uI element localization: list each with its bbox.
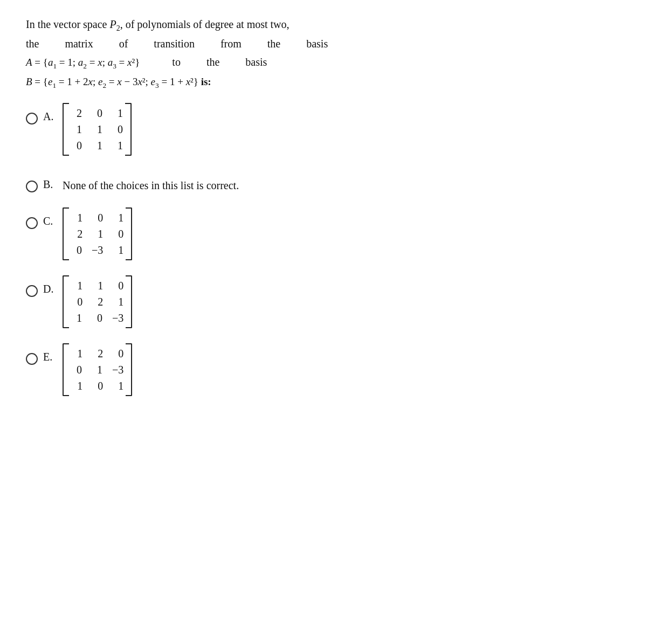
basis-A-line: A = {a1 = 1; a2 = x; a3 = x²} to the bas… (26, 53, 621, 72)
matrix-A: 2 0 1 1 1 0 0 1 1 (63, 103, 132, 156)
word-the2: the (267, 36, 280, 52)
cell-E-21: 0 (92, 378, 103, 394)
radio-D[interactable] (26, 285, 38, 297)
word-from: from (221, 36, 242, 52)
matrix-E-row2: 0 1 −3 (71, 362, 123, 378)
matrix-C: 1 0 1 2 1 0 0 −3 1 (63, 207, 132, 260)
option-E: E. 1 2 0 0 1 −3 (26, 343, 621, 396)
cell-C-12: 0 (113, 226, 123, 242)
bracket-right-C (126, 207, 132, 260)
cell-E-22: 1 (113, 378, 123, 394)
matrix-E-cols: 1 2 0 0 1 −3 1 0 1 (71, 343, 123, 396)
matrix-E-row3: 1 0 1 (71, 378, 123, 394)
option-B: B. None of the choices in this list is c… (26, 171, 621, 192)
matrix-A-row2: 1 1 0 (71, 121, 123, 137)
matrix-D: 1 1 0 0 2 1 1 0 −3 (63, 275, 132, 328)
word-matrix: matrix (65, 36, 93, 52)
option-D: D. 1 1 0 0 2 1 (26, 275, 621, 328)
cell-E-02: 0 (113, 345, 123, 362)
cell-C-22: 1 (113, 242, 123, 258)
basis-B-line: B = {e1 = 1 + 2x; e2 = x − 3x²; e3 = 1 +… (26, 73, 621, 91)
matrix-C-row1: 1 0 1 (71, 210, 123, 226)
word-basis2: basis (245, 53, 267, 71)
matrix-E: 1 2 0 0 1 −3 1 0 1 (63, 343, 132, 396)
matrix-A-content: 2 0 1 1 1 0 0 1 1 (63, 103, 132, 156)
bracket-left-D (63, 275, 69, 328)
cell-A-10: 1 (71, 121, 82, 137)
radio-C[interactable] (26, 217, 38, 229)
matrix-D-cols: 1 1 0 0 2 1 1 0 −3 (71, 275, 123, 328)
cell-C-01: 0 (92, 210, 103, 226)
cell-D-11: 2 (92, 294, 103, 310)
cell-E-10: 0 (71, 362, 82, 378)
bracket-right-E (126, 343, 132, 396)
matrix-D-row1: 1 1 0 (71, 278, 123, 294)
bracket-right-A (125, 103, 132, 156)
basis-A-set: A = {a1 = 1; a2 = x; a3 = x²} (26, 54, 140, 72)
label-D: D. (43, 283, 57, 295)
label-E: E. (43, 351, 57, 363)
bracket-left-E (63, 343, 69, 396)
cell-C-00: 1 (72, 210, 82, 226)
matrix-A-row1: 2 0 1 (71, 105, 123, 121)
matrix-C-row3: 0 −3 1 (71, 242, 123, 258)
cell-A-11: 1 (92, 121, 102, 137)
word-to: to (172, 53, 181, 71)
cell-C-11: 1 (92, 226, 103, 242)
cell-E-01: 2 (92, 345, 103, 362)
cell-D-12: 1 (113, 294, 123, 310)
bracket-left-A (63, 103, 69, 156)
matrix-E-row1: 1 2 0 (71, 345, 123, 362)
matrix-A-row3: 0 1 1 (71, 137, 123, 154)
cell-A-20: 0 (71, 137, 82, 154)
radio-B[interactable] (26, 181, 38, 192)
intro-text: In the vector space P2, of polynomials o… (26, 16, 290, 34)
matrix-A-cols: 2 0 1 1 1 0 0 1 1 (71, 103, 123, 156)
option-A: A. 2 0 1 1 1 0 (26, 103, 621, 156)
question-line2: the matrix of transition from the basis (26, 36, 621, 52)
label-A: A. (43, 110, 57, 123)
cell-D-01: 1 (92, 278, 103, 294)
cell-C-10: 2 (72, 226, 82, 242)
option-B-content: None of the choices in this list is corr… (63, 171, 239, 192)
word-the: the (26, 36, 39, 52)
cell-C-20: 0 (71, 242, 82, 258)
cell-E-00: 1 (72, 345, 82, 362)
cell-D-00: 1 (72, 278, 82, 294)
cell-A-02: 1 (112, 105, 123, 121)
word-transition: transition (154, 36, 195, 52)
matrix-C-content: 1 0 1 2 1 0 0 −3 1 (63, 207, 132, 260)
cell-C-21: −3 (92, 242, 103, 258)
word-basis: basis (306, 36, 328, 52)
cell-D-21: 0 (92, 310, 102, 326)
matrix-C-cols: 1 0 1 2 1 0 0 −3 1 (71, 207, 123, 260)
options-container: A. 2 0 1 1 1 0 (26, 103, 621, 396)
cell-A-12: 0 (112, 121, 123, 137)
matrix-E-content: 1 2 0 0 1 −3 1 0 1 (63, 343, 132, 396)
label-B: B. (43, 178, 57, 191)
cell-D-02: 0 (113, 278, 123, 294)
matrix-D-row2: 0 2 1 (71, 294, 123, 310)
bracket-right-D (126, 275, 132, 328)
word-of: of (119, 36, 128, 52)
basis-B-set: B = {e1 = 1 + 2x; e2 = x − 3x²; e3 = 1 +… (26, 76, 211, 87)
word-the3: the (207, 53, 219, 71)
cell-D-20: 1 (71, 310, 82, 326)
bracket-left-C (63, 207, 69, 260)
radio-A[interactable] (26, 113, 38, 124)
cell-A-22: 1 (112, 137, 123, 154)
matrix-D-content: 1 1 0 0 2 1 1 0 −3 (63, 275, 132, 328)
label-C: C. (43, 215, 57, 227)
matrix-D-row3: 1 0 −3 (71, 310, 123, 326)
cell-D-22: −3 (112, 310, 123, 326)
option-C: C. 1 0 1 2 1 0 (26, 207, 621, 260)
cell-E-11: 1 (92, 362, 102, 378)
none-text: None of the choices in this list is corr… (63, 179, 239, 192)
radio-E[interactable] (26, 353, 38, 365)
matrix-C-row2: 2 1 0 (71, 226, 123, 242)
cell-A-00: 2 (71, 105, 82, 121)
question-container: In the vector space P2, of polynomials o… (26, 16, 621, 396)
cell-C-02: 1 (113, 210, 123, 226)
cell-D-10: 0 (72, 294, 82, 310)
cell-A-21: 1 (92, 137, 102, 154)
